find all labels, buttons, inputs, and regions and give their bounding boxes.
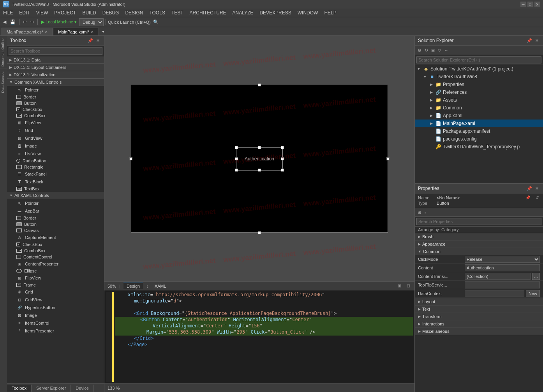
toolbox-pin-button[interactable]: 📌: [86, 38, 94, 44]
prop-section-interactions-header[interactable]: ▶ Interactions: [415, 320, 543, 327]
tree-item-assets[interactable]: ▶ 📁 Assets: [415, 96, 543, 104]
toolbar-undo-btn[interactable]: ↩: [21, 18, 28, 26]
se-sync-btn[interactable]: ↔: [443, 47, 450, 53]
expand-icon[interactable]: ▶: [429, 113, 434, 118]
toolbox-group-dx-vis[interactable]: ▶ DX.13.1: Visualization: [7, 71, 104, 79]
btn-handle-tl[interactable]: [235, 146, 238, 149]
se-properties-btn[interactable]: ⚙: [416, 47, 423, 53]
tree-item-project[interactable]: ▼ ■ TwitterKDAuthWin8: [415, 73, 543, 81]
expand-icon[interactable]: ▶: [429, 98, 434, 102]
btn-handle-ml[interactable]: [235, 157, 238, 160]
bottom-tab-server-explorer[interactable]: Server Explorer: [32, 385, 71, 392]
toolbox-item-checkbox[interactable]: ✓ CheckBox: [7, 106, 104, 113]
menu-tools[interactable]: TOOLS: [146, 9, 168, 16]
tree-item-packages-config[interactable]: 📄 packages.config: [415, 135, 543, 143]
prop-sort-alpha-btn[interactable]: ↕: [423, 210, 428, 215]
menu-window[interactable]: WINDOW: [294, 9, 321, 16]
toolbox-item-all-combobox[interactable]: ▾ ComboBox: [7, 248, 104, 254]
btn-handle-tr[interactable]: [281, 146, 284, 149]
toolbox-item-all-border[interactable]: Border: [7, 215, 104, 221]
prop-tooltip-input[interactable]: [465, 281, 540, 288]
prop-content-trans-input[interactable]: [465, 273, 531, 280]
prop-name-pin-btn[interactable]: 📌: [524, 195, 531, 200]
toolbox-item-border[interactable]: Border: [7, 94, 104, 100]
collapse-editor-button[interactable]: ⊟: [405, 283, 411, 289]
toolbox-item-hyperlinkbutton[interactable]: 🔗 HyperlinkButton: [7, 304, 104, 311]
tree-item-solution[interactable]: ▼ ◆ Solution 'TwitterKDAuthWin8' (1 proj…: [415, 65, 543, 73]
toolbox-item-contentpresenter[interactable]: ▣ ContentPresenter: [7, 260, 104, 268]
xaml-editor[interactable]: xmlns:mc="http://schemas.openxmlformats.…: [104, 290, 414, 383]
menu-test[interactable]: TEST: [168, 9, 187, 16]
btn-handle-bl[interactable]: [235, 169, 238, 172]
toolbox-item-pointer[interactable]: ↖ Pointer: [7, 86, 104, 94]
toolbox-item-rectangle[interactable]: Rectangle: [7, 164, 104, 170]
expand-icon[interactable]: ▼: [423, 74, 427, 79]
toolbox-item-gridview[interactable]: ⊟ GridView: [7, 134, 104, 142]
prop-section-common-header[interactable]: ▼ Common: [415, 248, 543, 255]
tree-item-common[interactable]: ▶ 📁 Common: [415, 104, 543, 112]
menu-debug[interactable]: DEBUG: [99, 9, 122, 16]
se-search-input[interactable]: [416, 56, 541, 63]
menu-build[interactable]: BUILD: [79, 9, 99, 16]
toolbar-search-btn[interactable]: 🔍: [152, 18, 160, 26]
prop-close-btn[interactable]: ✕: [534, 186, 540, 192]
prop-section-layout-header[interactable]: ▶ Layout: [415, 298, 543, 305]
toolbox-item-all-button[interactable]: Button: [7, 221, 104, 227]
prop-section-appearance-header[interactable]: ▶ Appearance: [415, 241, 543, 248]
btn-handle-tc[interactable]: [258, 146, 261, 149]
toolbox-item-radiobutton[interactable]: RadioButton: [7, 158, 104, 164]
side-tab-document-outline[interactable]: Document Outline: [0, 36, 7, 69]
prop-sort-category-btn[interactable]: ⊞: [416, 209, 422, 215]
tab-cs-close[interactable]: ✕: [45, 30, 48, 34]
menu-file[interactable]: FILE: [0, 9, 16, 16]
toolbox-item-flipview[interactable]: ⊞ FlipView: [7, 119, 104, 127]
prop-content-trans-ellipsis[interactable]: …: [532, 273, 540, 280]
toolbox-item-stackpanel[interactable]: ☰ StackPanel: [7, 170, 104, 178]
prop-pin-btn[interactable]: 📌: [525, 186, 533, 192]
design-button[interactable]: Authentication: [236, 147, 283, 171]
btn-handle-bc[interactable]: [258, 169, 261, 172]
expand-icon[interactable]: ▶: [429, 121, 434, 126]
menu-edit[interactable]: EDIT: [16, 9, 33, 16]
tree-item-properties[interactable]: ▶ 📁 Properties: [415, 81, 543, 88]
tree-item-mainpage[interactable]: ▶ 📄 MainPage.xaml: [415, 120, 543, 127]
prop-section-text-header[interactable]: ▶ Text: [415, 306, 543, 313]
selection-handle-top[interactable]: [258, 83, 261, 86]
expand-editor-button[interactable]: ⊞: [397, 283, 402, 289]
toolbox-group-all-xaml[interactable]: ▼ All XAML Controls: [7, 192, 104, 199]
menu-project[interactable]: PROJECT: [51, 9, 79, 16]
toolbox-item-appbar[interactable]: ▬ AppBar: [7, 207, 104, 215]
close-button[interactable]: ✕: [534, 2, 540, 7]
toolbox-item-textblock[interactable]: T TextBlock: [7, 178, 104, 186]
toolbox-item-contentcontrol[interactable]: ContentControl: [7, 254, 104, 260]
btn-handle-br[interactable]: [281, 169, 284, 172]
toolbox-search-input[interactable]: [9, 47, 102, 55]
expand-icon[interactable]: ▶: [429, 82, 434, 87]
toolbar-back-btn[interactable]: ◀: [2, 18, 8, 26]
bottom-tab-device[interactable]: Device: [71, 385, 94, 392]
toolbox-item-all-pointer[interactable]: ↖ Pointer: [7, 199, 104, 207]
expand-icon[interactable]: ▶: [429, 105, 434, 110]
prop-clickmode-dropdown[interactable]: Release: [465, 256, 540, 263]
selection-handle-bottom[interactable]: [258, 231, 261, 234]
toolbox-item-image[interactable]: 🖼 Image: [7, 142, 104, 150]
toolbar-start-btn[interactable]: ▶ Local Machine ▾: [40, 18, 78, 26]
prop-section-transform-header[interactable]: ▶ Transform: [415, 313, 543, 320]
menu-devexpress[interactable]: DEVEXPRESS: [256, 9, 294, 16]
toolbox-item-itemspresenter[interactable]: ⋮ ItemsPresenter: [7, 327, 104, 335]
tab-xaml-close[interactable]: ✕: [91, 30, 94, 34]
menu-help[interactable]: HELP: [321, 9, 339, 16]
expand-icon[interactable]: ▼: [416, 67, 421, 71]
toolbox-item-listview[interactable]: ≡ ListView: [7, 150, 104, 158]
toolbox-item-all-grid[interactable]: # Grid: [7, 288, 104, 296]
bottom-tab-toolbox[interactable]: Toolbox: [7, 385, 32, 392]
prop-content-input[interactable]: [465, 264, 540, 271]
menu-architecture[interactable]: ARCHITECTURE: [187, 9, 229, 16]
minimize-button[interactable]: ─: [520, 2, 526, 7]
expand-icon[interactable]: ▶: [429, 90, 434, 95]
toolbox-item-all-image[interactable]: 🖼 Image: [7, 311, 104, 319]
se-refresh-btn[interactable]: ↻: [423, 47, 429, 53]
toolbar-save-btn[interactable]: 💾: [9, 18, 17, 26]
menu-analyze[interactable]: ANALYZE: [229, 9, 257, 16]
menu-view[interactable]: VIEW: [33, 9, 51, 16]
